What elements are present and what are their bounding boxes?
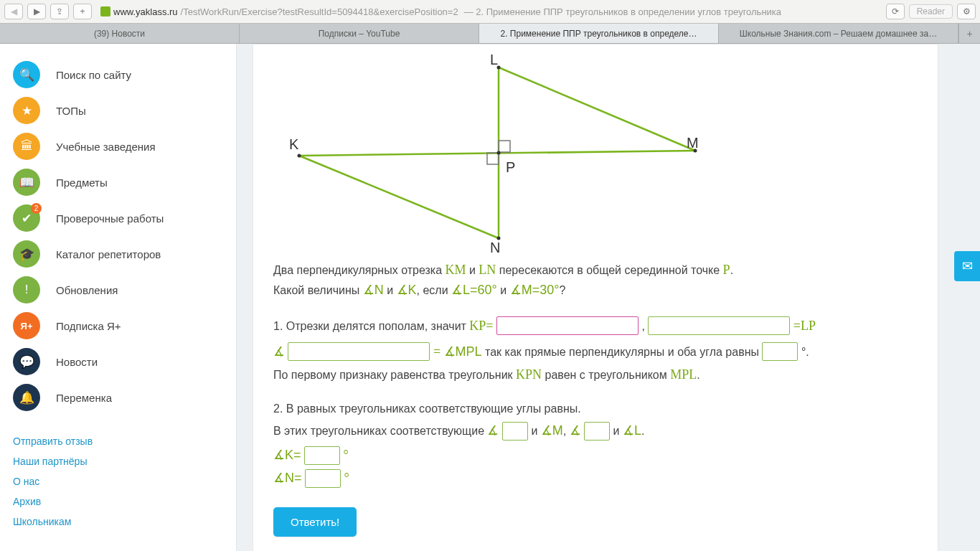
footer-links: Отправить отзыв Наши партнёры О нас Архи… bbox=[13, 435, 236, 534]
link-students[interactable]: Школьникам bbox=[13, 516, 236, 527]
input-corr-1[interactable] bbox=[502, 422, 528, 441]
sidebar-item-break[interactable]: 🔔 Переменка bbox=[13, 380, 236, 415]
svg-text:P: P bbox=[506, 159, 515, 175]
svg-point-6 bbox=[298, 154, 301, 158]
svg-rect-5 bbox=[487, 153, 499, 164]
check-icon: ✔2 bbox=[13, 204, 40, 232]
feedback-tab[interactable]: ✉ bbox=[954, 251, 980, 281]
sidebar-item-tops[interactable]: ★ ТОПы bbox=[13, 93, 236, 128]
url-title: — 2. Применение ППР треугольников в опре… bbox=[464, 6, 781, 17]
tab-current[interactable]: 2. Применение ППР треугольников в опреде… bbox=[479, 24, 719, 43]
share-button[interactable]: ⇪ bbox=[50, 4, 69, 19]
svg-line-3 bbox=[299, 156, 499, 238]
sidebar-item-tests[interactable]: ✔2 Проверочные работы bbox=[13, 200, 236, 236]
favicon-icon bbox=[100, 6, 110, 17]
book-icon: 📖 bbox=[13, 169, 40, 196]
settings-button[interactable]: ⚙ bbox=[957, 4, 976, 19]
input-n-value[interactable] bbox=[305, 469, 341, 488]
input-k-value[interactable] bbox=[304, 446, 340, 465]
main-area: K M L N P Два перпендикулярных отрезка K… bbox=[237, 44, 980, 551]
svg-point-14 bbox=[497, 151, 501, 155]
forward-button[interactable]: ▶ bbox=[27, 4, 46, 19]
svg-text:K: K bbox=[289, 136, 299, 152]
exclamation-icon: ! bbox=[13, 276, 40, 303]
search-icon: 🔍 bbox=[13, 61, 40, 88]
geometry-diagram: K M L N P bbox=[273, 52, 711, 256]
browser-toolbar: ◀ ▶ ⇪ + www.yaklass.ru /TestWorkRun/Exer… bbox=[0, 0, 980, 24]
svg-text:N: N bbox=[490, 240, 500, 255]
tab-youtube[interactable]: Подписки – YouTube bbox=[240, 24, 479, 43]
star-icon: ★ bbox=[13, 97, 40, 124]
bell-icon: 🔔 bbox=[13, 384, 40, 411]
svg-rect-4 bbox=[499, 141, 510, 152]
sidebar-item-subjects[interactable]: 📖 Предметы bbox=[13, 164, 236, 200]
address-bar[interactable]: www.yaklass.ru /TestWorkRun/Exercise?tes… bbox=[96, 4, 882, 19]
svg-line-2 bbox=[499, 67, 695, 151]
link-feedback[interactable]: Отправить отзыв bbox=[13, 435, 236, 447]
link-about[interactable]: О нас bbox=[13, 476, 236, 487]
input-segment-2[interactable] bbox=[648, 316, 790, 335]
sidebar-item-tutors[interactable]: 🎓 Каталог репетиторов bbox=[13, 236, 236, 272]
sidebar-item-updates[interactable]: ! Обновления bbox=[13, 272, 236, 308]
url-host: www.yaklass.ru bbox=[113, 6, 178, 17]
input-right-angle[interactable] bbox=[762, 342, 798, 361]
tab-bar: (39) Новости Подписки – YouTube 2. Приме… bbox=[0, 24, 980, 44]
link-partners[interactable]: Наши партнёры bbox=[13, 456, 236, 467]
link-archive[interactable]: Архив bbox=[13, 496, 236, 507]
badge-count: 2 bbox=[31, 203, 42, 214]
svg-text:M: M bbox=[687, 135, 699, 151]
graduation-icon: 🎓 bbox=[13, 240, 40, 268]
bank-icon: 🏛 bbox=[13, 133, 40, 160]
reload-button[interactable]: ⟳ bbox=[886, 4, 905, 19]
problem-text: Два перпендикулярных отрезка KM и LN пер… bbox=[273, 260, 918, 537]
new-tab-button[interactable]: + bbox=[958, 24, 980, 43]
reader-button[interactable]: Reader bbox=[909, 4, 953, 19]
tab-znaniya[interactable]: Школьные Знания.com – Решаем домашнее за… bbox=[719, 24, 958, 43]
tab-news[interactable]: (39) Новости bbox=[0, 24, 240, 43]
input-corr-2[interactable] bbox=[584, 422, 610, 441]
back-button[interactable]: ◀ bbox=[4, 4, 23, 19]
exercise-card: K M L N P Два перпендикулярных отрезка K… bbox=[253, 44, 938, 551]
sidebar-item-schools[interactable]: 🏛 Учебные заведения bbox=[13, 128, 236, 164]
input-angle-1[interactable] bbox=[288, 342, 430, 361]
sidebar-item-search[interactable]: 🔍 Поиск по сайту bbox=[13, 57, 236, 93]
yplus-icon: Я+ bbox=[13, 312, 40, 339]
answer-button[interactable]: Ответить! bbox=[273, 507, 357, 537]
url-path: /TestWorkRun/Exercise?testResultId=50944… bbox=[181, 6, 458, 17]
sidebar-item-yplus[interactable]: Я+ Подписка Я+ bbox=[13, 308, 236, 344]
sidebar-item-news[interactable]: 💬 Новости bbox=[13, 344, 236, 380]
sidebar: 🔍 Поиск по сайту ★ ТОПы 🏛 Учебные заведе… bbox=[0, 44, 237, 551]
chat-icon: 💬 bbox=[13, 348, 40, 375]
svg-text:L: L bbox=[490, 52, 498, 67]
add-button[interactable]: + bbox=[73, 4, 92, 19]
input-kp[interactable] bbox=[496, 316, 639, 335]
